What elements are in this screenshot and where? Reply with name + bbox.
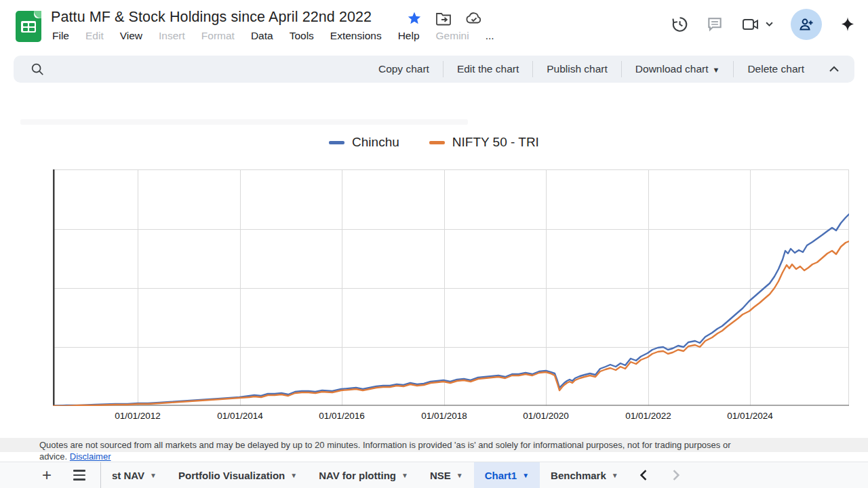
tab-menu-caret-icon[interactable]: ▼ xyxy=(612,472,618,479)
tab-menu-caret-icon[interactable]: ▼ xyxy=(456,472,463,479)
sheet-tab-portfolio-visualization[interactable]: Portfolio Visualization▼ xyxy=(167,462,308,488)
scroll-tabs-left-icon[interactable] xyxy=(639,470,648,481)
delete-chart-button[interactable]: Delete chart xyxy=(733,61,818,77)
edit-the-chart-label: Edit the chart xyxy=(457,63,519,75)
chart-toolbar-buttons: Copy chartEdit the chartPublish chartDow… xyxy=(365,56,818,83)
legend-item-chinchu: Chinchu xyxy=(329,135,399,150)
line-chart-plot[interactable] xyxy=(53,169,849,406)
publish-chart-label: Publish chart xyxy=(547,63,608,75)
video-camera-icon xyxy=(741,16,760,33)
legend-label: NIFTY 50 - TRI xyxy=(452,135,539,150)
faint-background-row xyxy=(20,119,468,125)
legend-swatch xyxy=(329,141,344,144)
legend-swatch xyxy=(429,141,445,144)
person-add-icon xyxy=(798,16,814,33)
version-history-icon[interactable] xyxy=(671,16,688,33)
menu-item-edit[interactable]: Edit xyxy=(85,30,104,42)
menu-item-gemini[interactable]: Gemini xyxy=(436,30,469,42)
sheet-tab-label: Benchmark xyxy=(551,470,606,481)
legend-item-nifty-50-tri: NIFTY 50 - TRI xyxy=(429,135,539,150)
sheet-tab-st-nav[interactable]: st NAV▼ xyxy=(100,462,167,488)
all-sheets-menu-icon[interactable] xyxy=(73,470,85,481)
sheet-tab-nse[interactable]: NSE▼ xyxy=(419,462,474,488)
menu-item-insert[interactable]: Insert xyxy=(159,30,185,42)
app-header: Pattu MF & Stock Holdings since April 22… xyxy=(0,0,868,54)
x-tick-label: 01/01/2022 xyxy=(625,411,671,421)
menu-item-tools[interactable]: Tools xyxy=(290,30,314,42)
sheet-tab-nav-for-plotting[interactable]: NAV for plotting▼ xyxy=(308,462,419,488)
scroll-tabs-right-icon[interactable] xyxy=(671,470,681,481)
x-tick-label: 01/01/2020 xyxy=(523,411,569,421)
sheet-tab-chart1[interactable]: Chart1▼ xyxy=(474,462,540,488)
x-axis-labels: 01/01/201201/01/201401/01/201601/01/2018… xyxy=(0,411,868,424)
publish-chart-button[interactable]: Publish chart xyxy=(532,61,621,77)
menu-item-data[interactable]: Data xyxy=(251,30,273,42)
menu-item-file[interactable]: File xyxy=(52,30,69,42)
sheet-tab-label: st NAV xyxy=(112,470,144,481)
tab-menu-caret-icon[interactable]: ▼ xyxy=(150,472,157,479)
document-title[interactable]: Pattu MF & Stock Holdings since April 22… xyxy=(51,9,372,26)
download-chart-button[interactable]: Download chart▼ xyxy=(621,61,734,77)
star-icon[interactable] xyxy=(407,11,422,26)
menu-bar: FileEditViewInsertFormatDataToolsExtensi… xyxy=(52,30,494,42)
x-tick-label: 01/01/2012 xyxy=(115,411,161,421)
menu-item-format[interactable]: Format xyxy=(201,30,235,42)
video-call-button[interactable] xyxy=(741,16,773,33)
sheet-tab-benchmark[interactable]: Benchmark▼ xyxy=(540,462,629,488)
sheet-tab-bar: + st NAV▼Portfolio Visualization▼NAV for… xyxy=(0,462,868,488)
sheet-tab-label: Chart1 xyxy=(485,470,517,481)
chart-legend: ChinchuNIFTY 50 - TRI xyxy=(0,135,868,150)
x-tick-label: 01/01/2018 xyxy=(421,411,467,421)
copy-chart-button[interactable]: Copy chart xyxy=(365,61,443,77)
collapse-toolbar-icon[interactable] xyxy=(829,63,840,75)
x-tick-label: 01/01/2016 xyxy=(319,411,365,421)
sheet-tab-label: NSE xyxy=(430,470,451,481)
gemini-sparkle-icon[interactable] xyxy=(840,16,856,33)
add-sheet-button[interactable]: + xyxy=(42,466,52,485)
series-line-chinchu xyxy=(53,214,849,406)
disclaimer-line1: Quotes are not sourced from all markets … xyxy=(39,440,731,450)
move-folder-icon[interactable] xyxy=(435,11,452,26)
menu-item-item[interactable]: ... xyxy=(486,30,494,42)
copy-chart-label: Copy chart xyxy=(378,63,429,75)
chart-toolbar: Copy chartEdit the chartPublish chartDow… xyxy=(14,56,854,83)
search-icon[interactable] xyxy=(30,62,45,77)
caret-down-icon: ▼ xyxy=(713,66,720,74)
tab-menu-caret-icon[interactable]: ▼ xyxy=(290,472,297,479)
legend-label: Chinchu xyxy=(352,135,399,150)
comment-icon[interactable] xyxy=(706,16,724,33)
x-tick-label: 01/01/2024 xyxy=(727,411,773,421)
menu-item-extensions[interactable]: Extensions xyxy=(330,30,382,42)
sheets-logo-icon[interactable] xyxy=(16,11,41,42)
disclaimer-text: Quotes are not sourced from all markets … xyxy=(39,439,819,462)
sheet-tab-label: NAV for plotting xyxy=(319,470,396,481)
disclaimer-link[interactable]: Disclaimer xyxy=(70,451,111,462)
share-button[interactable] xyxy=(791,9,822,40)
delete-chart-label: Delete chart xyxy=(747,63,804,75)
menu-item-view[interactable]: View xyxy=(120,30,142,42)
tab-menu-caret-icon[interactable]: ▼ xyxy=(401,472,408,479)
x-tick-label: 01/01/2014 xyxy=(217,411,263,421)
tab-menu-caret-icon[interactable]: ▼ xyxy=(522,472,529,479)
download-chart-label: Download chart xyxy=(635,63,709,75)
cloud-saved-icon[interactable] xyxy=(465,11,483,26)
sheet-tab-label: Portfolio Visualization xyxy=(178,470,285,481)
chevron-down-icon xyxy=(766,22,773,27)
edit-the-chart-button[interactable]: Edit the chart xyxy=(443,61,532,77)
menu-item-help[interactable]: Help xyxy=(398,30,420,42)
sheet-tabs: st NAV▼Portfolio Visualization▼NAV for p… xyxy=(100,462,629,488)
disclaimer-line2: advice. xyxy=(39,451,67,462)
